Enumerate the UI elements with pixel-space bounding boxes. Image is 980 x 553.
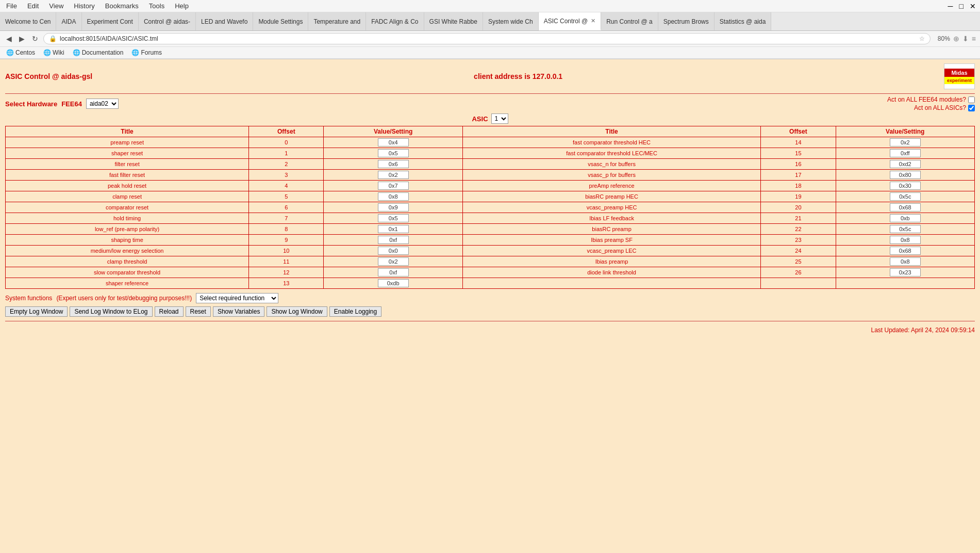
maximize-button[interactable]: □ <box>959 2 964 10</box>
browser-tab[interactable]: GSI White Rabbe <box>424 12 483 30</box>
value-input-left[interactable] <box>378 279 409 287</box>
menu-tools[interactable]: Tools <box>147 1 167 11</box>
close-button[interactable]: ✕ <box>970 2 976 10</box>
bookmark-documentation[interactable]: 🌐 Documentation <box>71 48 126 57</box>
browser-tab[interactable]: Statistics @ aida <box>715 12 772 30</box>
value-input-left[interactable] <box>378 214 409 222</box>
value-input-right[interactable] <box>890 138 921 147</box>
show-variables-button[interactable]: Show Variables <box>213 306 265 317</box>
menu-help[interactable]: Help <box>173 1 191 11</box>
cell-value-left[interactable] <box>324 202 462 213</box>
minimize-button[interactable]: ─ <box>948 2 953 10</box>
act-on-all-asics-checkbox[interactable] <box>968 105 975 111</box>
browser-tab[interactable]: Control @ aidas- <box>139 12 196 30</box>
menu-history[interactable]: History <box>72 1 96 11</box>
value-input-right[interactable] <box>890 182 921 190</box>
cell-value-left[interactable] <box>324 235 462 246</box>
value-input-left[interactable] <box>378 268 409 276</box>
menu-edit[interactable]: Edit <box>25 1 41 11</box>
cell-value-right[interactable] <box>836 202 974 213</box>
value-input-left[interactable] <box>378 236 409 244</box>
value-input-left[interactable] <box>378 160 409 168</box>
value-input-left[interactable] <box>378 257 409 266</box>
value-input-left[interactable] <box>378 247 409 255</box>
asic-select[interactable]: 1 <box>491 113 508 124</box>
empty-log-button[interactable]: Empty Log Window <box>5 306 68 317</box>
menu-bookmarks[interactable]: Bookmarks <box>103 1 141 11</box>
cell-value-left[interactable] <box>324 246 462 256</box>
cell-value-left[interactable] <box>324 267 462 278</box>
value-input-right[interactable] <box>890 225 921 233</box>
browser-tab[interactable]: Welcome to Cen <box>0 12 56 30</box>
browser-tab[interactable]: FADC Align & Co <box>366 12 424 30</box>
menu-view[interactable]: View <box>47 1 65 11</box>
browser-tab[interactable]: AIDA <box>56 12 81 30</box>
value-input-left[interactable] <box>378 225 409 233</box>
value-input-right[interactable] <box>890 236 921 244</box>
reload-page-button[interactable]: Reload <box>155 306 184 317</box>
system-functions-select[interactable]: Select required function <box>196 293 278 303</box>
show-log-button[interactable]: Show Log Window <box>267 306 327 317</box>
value-input-right[interactable] <box>890 171 921 179</box>
cell-value-right[interactable] <box>836 159 974 170</box>
value-input-left[interactable] <box>378 182 409 190</box>
value-input-left[interactable] <box>378 171 409 179</box>
cell-value-right[interactable] <box>836 256 974 267</box>
send-log-button[interactable]: Send Log Window to ELog <box>70 306 152 317</box>
cell-value-left[interactable] <box>324 213 462 224</box>
cell-value-left[interactable] <box>324 137 462 148</box>
menu-icon[interactable]: ≡ <box>972 35 976 43</box>
cell-value-right[interactable] <box>836 235 974 246</box>
cell-value-right[interactable] <box>836 267 974 278</box>
cell-value-left[interactable] <box>324 191 462 202</box>
value-input-right[interactable] <box>890 214 921 222</box>
cell-value-left[interactable] <box>324 278 462 289</box>
value-input-left[interactable] <box>378 192 409 201</box>
cell-value-right[interactable] <box>836 278 974 289</box>
value-input-right[interactable] <box>890 192 921 201</box>
value-input-left[interactable] <box>378 203 409 212</box>
forward-button[interactable]: ▶ <box>17 34 27 44</box>
browser-tab[interactable]: Temperature and <box>308 12 366 30</box>
value-input-left[interactable] <box>378 149 409 157</box>
cell-value-left[interactable] <box>324 170 462 181</box>
value-input-right[interactable] <box>890 268 921 276</box>
browser-tab[interactable]: ASIC Control @✕ <box>539 12 602 30</box>
value-input-right[interactable] <box>890 257 921 266</box>
browser-tab[interactable]: LED and Wavefo <box>196 12 253 30</box>
menu-file[interactable]: File <box>4 1 19 11</box>
bookmark-centos[interactable]: 🌐 Centos <box>4 48 37 57</box>
act-on-all-fee64-checkbox[interactable] <box>968 96 975 103</box>
fee64-select[interactable]: aida02 <box>86 99 119 109</box>
star-icon[interactable]: ☆ <box>919 35 925 42</box>
browser-tab[interactable]: Spectrum Brows <box>658 12 715 30</box>
cell-value-right[interactable] <box>836 246 974 256</box>
value-input-left[interactable] <box>378 138 409 147</box>
cell-value-right[interactable] <box>836 191 974 202</box>
reset-button[interactable]: Reset <box>186 306 211 317</box>
cell-value-left[interactable] <box>324 181 462 191</box>
browser-tab[interactable]: System wide Ch <box>483 12 539 30</box>
reload-button[interactable]: ↻ <box>30 34 40 44</box>
url-text[interactable]: localhost:8015/AIDA/ASIC/ASIC.tml <box>60 35 916 42</box>
value-input-right[interactable] <box>890 247 921 255</box>
browser-tab[interactable]: Run Control @ a <box>601 12 658 30</box>
browser-tab[interactable]: Experiment Cont <box>82 12 139 30</box>
cell-value-left[interactable] <box>324 148 462 159</box>
cell-value-right[interactable] <box>836 181 974 191</box>
cell-value-right[interactable] <box>836 170 974 181</box>
cell-value-left[interactable] <box>324 159 462 170</box>
bookmark-wiki[interactable]: 🌐 Wiki <box>41 48 67 57</box>
back-button[interactable]: ◀ <box>4 34 14 44</box>
cell-value-right[interactable] <box>836 148 974 159</box>
browser-tab[interactable]: Module Settings <box>253 12 308 30</box>
cell-value-left[interactable] <box>324 256 462 267</box>
tab-close-icon[interactable]: ✕ <box>591 18 595 24</box>
download-icon[interactable]: ⬇ <box>962 35 969 43</box>
cell-value-left[interactable] <box>324 224 462 235</box>
cell-value-right[interactable] <box>836 224 974 235</box>
bookmark-forums[interactable]: 🌐 Forums <box>129 48 164 57</box>
extension-icon[interactable]: ⊕ <box>953 35 959 43</box>
value-input-right[interactable] <box>890 160 921 168</box>
value-input-right[interactable] <box>890 203 921 212</box>
